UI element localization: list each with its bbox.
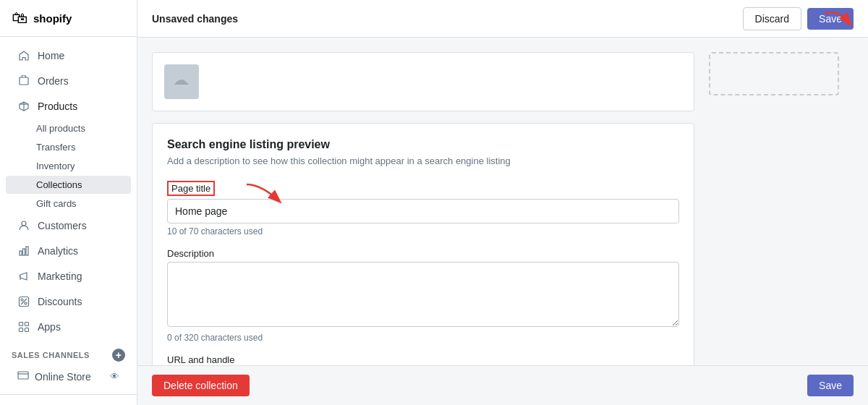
page-title-char-count: 10 of 70 characters used: [167, 226, 679, 236]
svg-rect-12: [20, 323, 23, 326]
content-area: Search engine listing preview Add a desc…: [137, 38, 868, 365]
sidebar-item-apps[interactable]: Apps: [6, 315, 131, 339]
description-textarea[interactable]: [167, 262, 679, 327]
product-thumbnail: [164, 64, 199, 99]
url-handle-label: URL and handle: [167, 354, 679, 365]
description-label: Description: [167, 248, 679, 259]
sales-channels-label: SALES CHANNELS +: [0, 340, 137, 364]
svg-point-8: [21, 299, 23, 301]
sidebar-bottom: Settings: [0, 394, 137, 405]
sidebar-item-all-products[interactable]: All products: [6, 119, 131, 137]
svg-rect-16: [18, 372, 28, 379]
page-title-group: Page title 10 of 70 cha: [167, 181, 679, 236]
sidebar-item-marketing[interactable]: Marketing: [6, 264, 131, 289]
customers-icon: [17, 219, 30, 232]
bottom-bar: Delete collection Save: [137, 365, 868, 405]
sidebar: 🛍 shopify Home Orders Products All produ…: [0, 0, 137, 405]
seo-card-description: Add a description to see how this collec…: [167, 155, 679, 166]
logo-area: 🛍 shopify: [0, 0, 137, 37]
marketing-icon: [17, 270, 30, 283]
sidebar-item-analytics[interactable]: Analytics: [6, 239, 131, 263]
sidebar-item-transfers[interactable]: Transfers: [6, 138, 131, 156]
top-bar-actions: Discard Save: [743, 7, 854, 30]
svg-rect-14: [20, 328, 23, 332]
sidebar-item-products[interactable]: Products: [6, 94, 131, 119]
products-icon: [17, 100, 30, 113]
online-store-visibility-icon: 👁: [110, 371, 119, 382]
sidebar-item-gift-cards[interactable]: Gift cards: [6, 195, 131, 213]
page-title-label: Page title: [167, 181, 215, 196]
shopify-logo-icon: 🛍: [12, 9, 27, 27]
apps-icon: [17, 320, 30, 333]
url-handle-group: URL and handle https://avada-demo.myshop…: [167, 354, 679, 365]
sidebar-item-settings[interactable]: Settings: [6, 401, 131, 405]
sidebar-item-discounts[interactable]: Discounts: [6, 289, 131, 314]
analytics-icon: [17, 244, 30, 257]
svg-rect-7: [26, 247, 28, 255]
svg-rect-13: [25, 323, 29, 326]
delete-collection-button[interactable]: Delete collection: [152, 375, 250, 396]
page-title-input[interactable]: [167, 199, 679, 223]
dashed-placeholder-box: [709, 52, 839, 95]
seo-card: Search engine listing preview Add a desc…: [152, 123, 694, 365]
svg-point-9: [25, 302, 27, 304]
sidebar-item-inventory[interactable]: Inventory: [6, 157, 131, 175]
save-button-bottom[interactable]: Save: [807, 375, 854, 396]
main-container: Unsaved changes Discard Save: [137, 0, 868, 405]
svg-rect-5: [20, 251, 22, 255]
sidebar-item-collections[interactable]: Collections: [6, 176, 131, 194]
svg-point-4: [22, 221, 26, 226]
description-group: Description 0 of 320 characters used: [167, 248, 679, 343]
home-icon: [17, 49, 30, 62]
description-char-count: 0 of 320 characters used: [167, 333, 679, 343]
right-side: [709, 52, 854, 351]
sidebar-item-online-store[interactable]: Online Store 👁: [6, 365, 131, 388]
shopify-logo-text: shopify: [33, 12, 72, 25]
online-store-icon: [17, 370, 29, 383]
sidebar-item-home[interactable]: Home: [6, 43, 131, 68]
seo-card-title: Search engine listing preview: [167, 138, 679, 151]
svg-line-10: [21, 299, 27, 304]
orders-icon: [17, 74, 30, 88]
svg-rect-15: [25, 328, 29, 332]
save-button-top[interactable]: Save: [807, 8, 854, 30]
product-card-top: [152, 52, 694, 111]
main-nav: Home Orders Products All products Transf…: [0, 37, 137, 394]
svg-rect-0: [20, 77, 28, 85]
add-sales-channel-button[interactable]: +: [112, 349, 125, 362]
top-bar: Unsaved changes Discard Save: [137, 0, 868, 38]
svg-rect-6: [23, 249, 25, 255]
sidebar-item-customers[interactable]: Customers: [6, 213, 131, 238]
sidebar-item-orders[interactable]: Orders: [6, 69, 131, 93]
discounts-icon: [17, 295, 30, 308]
discard-button[interactable]: Discard: [743, 7, 801, 30]
main-column: Search engine listing preview Add a desc…: [152, 52, 694, 351]
unsaved-changes-title: Unsaved changes: [152, 13, 238, 25]
